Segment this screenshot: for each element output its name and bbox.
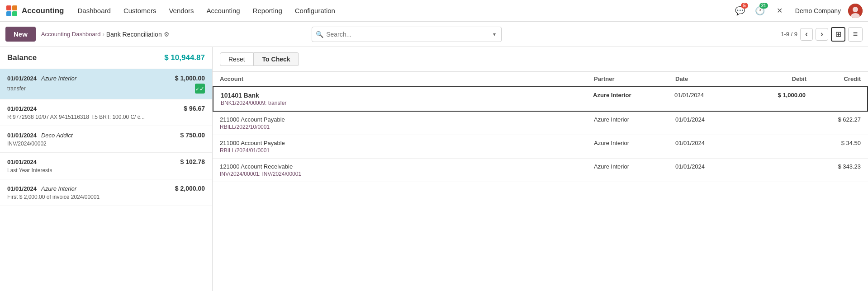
chevron-left-icon bbox=[805, 29, 808, 39]
table-row[interactable]: 101401 Bank BNK1/2024/00009: transfer Az… bbox=[213, 86, 868, 112]
td-partner: Azure Interior bbox=[594, 116, 675, 123]
tx-amount: $ 102.78 bbox=[180, 158, 205, 165]
transaction-item[interactable]: 01/01/2024 $ 96.67 R:9772938 10/07 AX 94… bbox=[0, 99, 212, 126]
transaction-item[interactable]: 01/01/2024 Deco Addict $ 750.00 INV/2024… bbox=[0, 126, 212, 153]
tx-date: 01/01/2024 bbox=[7, 159, 37, 165]
td-date: 01/01/2024 bbox=[675, 116, 734, 123]
td-partner: Azure Interior bbox=[593, 92, 674, 99]
table-row[interactable]: 121000 Account Receivable INV/2024/00001… bbox=[213, 159, 868, 182]
breadcrumb-current: Bank Reconciliation bbox=[106, 31, 170, 38]
tx-amount: $ 2,000.00 bbox=[175, 185, 205, 192]
table-row[interactable]: 211000 Account Payable RBILL/2024/01/000… bbox=[213, 135, 868, 159]
svg-rect-0 bbox=[6, 5, 11, 10]
transaction-item[interactable]: 01/01/2024 Azure Interior $ 1,000.00 tra… bbox=[0, 69, 212, 99]
account-link[interactable]: BNK1/2024/00009: transfer bbox=[221, 100, 593, 106]
kanban-view-button[interactable] bbox=[831, 27, 845, 42]
settings-icon[interactable] bbox=[164, 31, 170, 38]
main-content: Balance $ 10,944.87 01/01/2024 Azure Int… bbox=[0, 47, 868, 291]
nav-right-area: 5 21 Demo Company bbox=[732, 3, 863, 19]
chat-notifications-button[interactable]: 5 bbox=[732, 3, 748, 19]
nav-menu: Dashboard Customers Vendors Accounting R… bbox=[71, 0, 732, 22]
balance-label: Balance bbox=[7, 53, 37, 62]
col-date: Date bbox=[675, 75, 734, 82]
nav-item-accounting[interactable]: Accounting bbox=[200, 0, 246, 22]
account-link[interactable]: RBILL/2022/10/0001 bbox=[220, 124, 594, 130]
secondary-toolbar: New Accounting Dashboard › Bank Reconcil… bbox=[0, 22, 868, 47]
tx-desc: INV/2024/00002 bbox=[7, 141, 47, 147]
app-logo-icon bbox=[5, 5, 18, 17]
grid-icon bbox=[835, 30, 841, 38]
avatar[interactable] bbox=[848, 4, 863, 18]
tx-amount: $ 96.67 bbox=[184, 105, 205, 112]
col-credit: Credit bbox=[806, 75, 861, 82]
chat-badge: 5 bbox=[741, 3, 748, 9]
table-row[interactable]: 211000 Account Payable RBILL/2022/10/000… bbox=[213, 112, 868, 135]
next-page-button[interactable] bbox=[816, 28, 828, 41]
tx-desc: R:9772938 10/07 AX 9415116318 T:5 BRT: 1… bbox=[7, 114, 145, 120]
svg-rect-1 bbox=[12, 5, 17, 10]
transaction-list: 01/01/2024 Azure Interior $ 1,000.00 tra… bbox=[0, 69, 212, 206]
list-icon bbox=[853, 29, 858, 39]
td-date: 01/01/2024 bbox=[674, 92, 733, 99]
account-link[interactable]: RBILL/2024/01/0001 bbox=[220, 147, 594, 154]
top-navigation: Accounting Dashboard Customers Vendors A… bbox=[0, 0, 868, 22]
balance-row: Balance $ 10,944.87 bbox=[0, 47, 212, 69]
transaction-item[interactable]: 01/01/2024 Azure Interior $ 2,000.00 Fir… bbox=[0, 179, 212, 206]
checkmark-icon: ✓ bbox=[195, 85, 204, 92]
col-debit: Debit bbox=[734, 75, 806, 82]
tx-desc: Last Year Interests bbox=[7, 167, 52, 174]
nav-item-dashboard[interactable]: Dashboard bbox=[71, 0, 117, 22]
check-mark: ✓ bbox=[195, 84, 205, 94]
left-panel: Balance $ 10,944.87 01/01/2024 Azure Int… bbox=[0, 47, 213, 291]
td-account: 211000 Account Payable RBILL/2024/01/000… bbox=[220, 140, 594, 154]
tx-desc: transfer bbox=[7, 85, 26, 92]
td-debit: $ 1,000.00 bbox=[733, 92, 806, 99]
transaction-item[interactable]: 01/01/2024 $ 102.78 Last Year Interests bbox=[0, 153, 212, 179]
tx-date: 01/01/2024 bbox=[7, 132, 37, 139]
pagination-area: 1-9 / 9 bbox=[781, 27, 863, 42]
table-header: Account Partner Date Debit Credit bbox=[213, 72, 868, 86]
new-button[interactable]: New bbox=[5, 27, 36, 42]
nav-item-reporting[interactable]: Reporting bbox=[247, 0, 289, 22]
account-link[interactable]: INV/2024/00001: INV/2024/00001 bbox=[220, 171, 594, 177]
search-icon bbox=[316, 31, 323, 38]
brand-logo[interactable]: Accounting bbox=[5, 5, 64, 17]
td-partner: Azure Interior bbox=[594, 163, 675, 170]
search-dropdown-button[interactable] bbox=[491, 31, 498, 38]
tx-date: 01/01/2024 bbox=[7, 75, 37, 82]
previous-page-button[interactable] bbox=[800, 28, 813, 41]
td-account: 101401 Bank BNK1/2024/00009: transfer bbox=[221, 92, 593, 106]
tx-amount: $ 750.00 bbox=[180, 131, 205, 139]
chevron-down-icon bbox=[493, 31, 496, 38]
filter-to-check-button[interactable]: To Check bbox=[254, 52, 299, 66]
td-credit: $ 34.50 bbox=[806, 140, 861, 146]
td-partner: Azure Interior bbox=[594, 140, 675, 146]
close-button[interactable] bbox=[772, 3, 788, 19]
breadcrumb: Accounting Dashboard › Bank Reconciliati… bbox=[41, 31, 170, 38]
td-account: 211000 Account Payable RBILL/2022/10/000… bbox=[220, 116, 594, 130]
close-icon bbox=[777, 6, 783, 15]
right-panel: Reset To Check Account Partner Date Debi… bbox=[213, 47, 868, 291]
tx-date: 01/01/2024 bbox=[7, 185, 37, 192]
nav-item-configuration[interactable]: Configuration bbox=[289, 0, 342, 22]
col-partner: Partner bbox=[594, 75, 675, 82]
list-view-button[interactable] bbox=[848, 27, 863, 42]
nav-item-vendors[interactable]: Vendors bbox=[162, 0, 200, 22]
svg-rect-2 bbox=[6, 11, 11, 16]
company-name[interactable]: Demo Company bbox=[792, 7, 844, 14]
brand-name: Accounting bbox=[22, 6, 64, 15]
activity-badge: 21 bbox=[759, 3, 768, 9]
tx-partner: Azure Interior bbox=[41, 185, 76, 192]
breadcrumb-parent[interactable]: Accounting Dashboard bbox=[41, 31, 101, 38]
nav-item-customers[interactable]: Customers bbox=[117, 0, 163, 22]
td-credit: $ 343.23 bbox=[806, 163, 861, 170]
filter-bar: Reset To Check bbox=[213, 47, 868, 72]
search-input[interactable] bbox=[326, 31, 489, 38]
td-date: 01/01/2024 bbox=[675, 163, 734, 170]
chevron-right-icon bbox=[821, 29, 823, 39]
breadcrumb-separator: › bbox=[102, 31, 104, 38]
balance-amount: $ 10,944.87 bbox=[164, 53, 205, 62]
filter-reset-button[interactable]: Reset bbox=[220, 52, 254, 66]
tx-amount: $ 1,000.00 bbox=[175, 75, 205, 82]
activity-notifications-button[interactable]: 21 bbox=[752, 3, 768, 19]
